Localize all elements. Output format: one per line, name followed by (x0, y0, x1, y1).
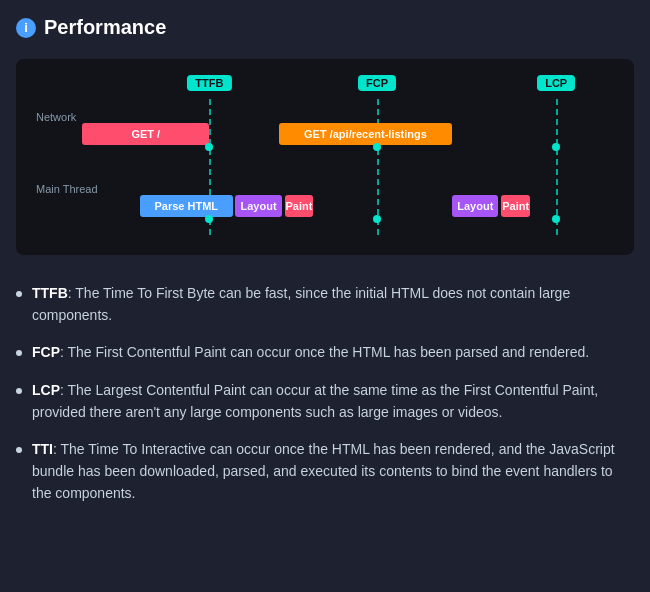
bullet-dot (16, 291, 22, 297)
fcp-dot-thread (373, 215, 381, 223)
bullet-text: TTI: The Time To Interactive can occur o… (32, 439, 634, 504)
bullet-dot (16, 350, 22, 356)
milestone-labels: TTFB FCP LCP (36, 75, 614, 103)
network-label: Network (36, 111, 76, 123)
timeline-inner: TTFB FCP LCP Network GET / GET /api/rece… (36, 75, 614, 235)
ttfb-dot-network (205, 143, 213, 151)
bullet-dot (16, 388, 22, 394)
list-item: LCP: The Largest Contentful Paint can oc… (16, 380, 634, 423)
main-thread-label: Main Thread (36, 183, 98, 195)
list-item: TTFB: The Time To First Byte can be fast… (16, 283, 634, 326)
list-item: TTI: The Time To Interactive can occur o… (16, 439, 634, 504)
paint-2-bar: Paint (501, 195, 530, 217)
lcp-dot-network (552, 143, 560, 151)
lcp-dot-thread (552, 215, 560, 223)
bullet-term: FCP (32, 344, 60, 360)
lcp-badge: LCP (537, 75, 575, 91)
bullet-term: LCP (32, 382, 60, 398)
parse-html-bar: Parse HTML (140, 195, 232, 217)
page-title: Performance (44, 16, 166, 39)
paint-1-bar: Paint (285, 195, 314, 217)
get-root-bar: GET / (82, 123, 209, 145)
layout-1-bar: Layout (235, 195, 281, 217)
list-item: FCP: The First Contentful Paint can occu… (16, 342, 634, 364)
bullet-dot (16, 447, 22, 453)
get-api-bar: GET /api/recent-listings (279, 123, 452, 145)
layout-2-bar: Layout (452, 195, 498, 217)
bullet-list: TTFB: The Time To First Byte can be fast… (16, 283, 634, 505)
fcp-badge: FCP (358, 75, 396, 91)
ttfb-badge: TTFB (187, 75, 231, 91)
bullet-text: LCP: The Largest Contentful Paint can oc… (32, 380, 634, 423)
bullet-text: TTFB: The Time To First Byte can be fast… (32, 283, 634, 326)
bullet-term: TTI (32, 441, 53, 457)
fcp-dot-network (373, 143, 381, 151)
bullet-text: FCP: The First Contentful Paint can occu… (32, 342, 589, 364)
bullet-term: TTFB (32, 285, 68, 301)
info-icon: i (16, 18, 36, 38)
ttfb-dot-thread (205, 215, 213, 223)
timeline-diagram: TTFB FCP LCP Network GET / GET /api/rece… (16, 59, 634, 255)
header: i Performance (16, 16, 634, 39)
